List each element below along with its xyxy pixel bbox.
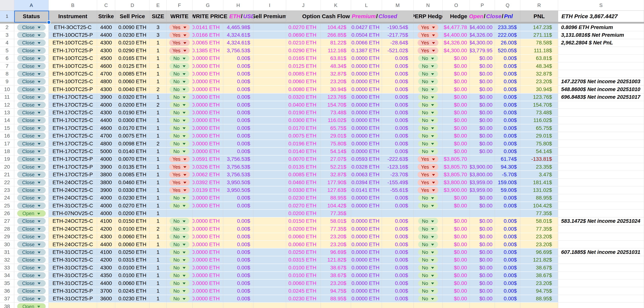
status-dropdown[interactable]: Close [17, 203, 46, 209]
cell-L35[interactable]: 0.0000 ETH [351, 279, 382, 287]
cell-N23[interactable]: Yes [414, 186, 443, 194]
cell-M27[interactable]: 0.00$ [382, 218, 414, 225]
cell-F22[interactable]: Yes [166, 179, 192, 186]
status-dropdown[interactable]: Close [17, 288, 46, 294]
cell-N11[interactable]: No [414, 93, 443, 101]
column-header-L[interactable]: L [351, 0, 382, 11]
cell-N32[interactable]: No [414, 256, 443, 264]
cell-D2[interactable]: 0.0090 ETH [115, 24, 150, 31]
hedge-dropdown[interactable]: No [418, 257, 438, 263]
cell-L16[interactable]: 0.0000 ETH [351, 132, 382, 140]
cell-O7[interactable]: $0.00 [443, 62, 470, 70]
cell-F20[interactable]: Yes [166, 163, 192, 171]
cell-H26[interactable] [223, 210, 253, 217]
cell-A23[interactable]: Close [14, 186, 49, 194]
hedge-dropdown[interactable]: No [418, 71, 438, 77]
cell-J8[interactable]: 0.0085 ETH [286, 70, 321, 78]
cell-S17[interactable] [558, 140, 644, 148]
cell-K28[interactable]: 77.35$ [321, 225, 351, 233]
cell-N24[interactable]: No [414, 194, 443, 202]
cell-J23[interactable]: 0.0330 ETH [286, 186, 321, 194]
cell-Q27[interactable]: 0.00$ [495, 218, 520, 225]
row-header-33[interactable]: 33 [0, 264, 14, 272]
cell-C18[interactable]: 5000 [97, 148, 115, 155]
cell-E27[interactable]: 1 [150, 218, 166, 225]
row-header-14[interactable]: 14 [0, 117, 14, 124]
cell-E12[interactable]: 2 [150, 101, 166, 109]
cell-I8[interactable] [253, 70, 286, 78]
write-dropdown[interactable]: No [170, 218, 189, 224]
cell-L26[interactable] [351, 210, 382, 217]
cell-D8[interactable]: 0.0085 ETH [115, 70, 150, 78]
cell-I22[interactable] [253, 179, 286, 186]
cell-B6[interactable]: ETH-10OTC25-C [49, 55, 97, 62]
row-header-18[interactable]: 18 [0, 148, 14, 155]
cell-N13[interactable]: No [414, 109, 443, 116]
cell-I20[interactable] [253, 163, 286, 171]
write-dropdown[interactable]: Yes [169, 40, 190, 46]
cell-B30[interactable]: ETH-24OCT25-C [49, 241, 97, 248]
cell-K13[interactable]: 73.48$ [321, 109, 351, 116]
column-header-Q[interactable]: Q [495, 0, 520, 11]
cell-Q11[interactable]: 0.00$ [495, 93, 520, 101]
cell-R12[interactable]: 154.70$ [520, 101, 558, 109]
cell-N18[interactable]: No [414, 148, 443, 155]
cell-C35[interactable]: 4400 [97, 279, 115, 287]
cell-B33[interactable]: ETH-31OCT25-C [49, 264, 97, 272]
cell-P30[interactable]: $0.00 [470, 241, 495, 248]
cell-B16[interactable]: ETH-17OCT25-C [49, 132, 97, 140]
cell-D31[interactable]: 0.0250 ETH [115, 248, 150, 256]
cell-L4[interactable]: -0.0066 ETH [351, 39, 382, 47]
cell-S28[interactable] [558, 225, 644, 233]
cell-S20[interactable] [558, 163, 644, 171]
cell-D17[interactable]: 0.0098 ETH [115, 140, 150, 148]
cell-G18[interactable]: 0.0000 ETH [192, 148, 223, 155]
cell-Q31[interactable]: 0.00$ [495, 248, 520, 256]
cell-O28[interactable]: $0.00 [443, 225, 470, 233]
write-dropdown[interactable]: No [170, 55, 189, 61]
cell-F14[interactable]: No [166, 117, 192, 124]
cell-Q23[interactable]: 59.00$ [495, 186, 520, 194]
cell-N12[interactable]: No [414, 101, 443, 109]
cell-N36[interactable]: No [414, 287, 443, 295]
row-header-16[interactable]: 16 [0, 132, 14, 140]
cell-Q12[interactable]: 0.00$ [495, 101, 520, 109]
cell-D29[interactable]: 0.0060 ETH [115, 233, 150, 241]
cell-M9[interactable]: 0.00$ [382, 78, 414, 86]
corner-box[interactable] [0, 0, 14, 11]
cell-H12[interactable]: 0.00$ [223, 101, 253, 109]
cell-B29[interactable]: ETH-24OCT25-C [49, 233, 97, 241]
cell-J7[interactable]: 0.0125 ETH [286, 62, 321, 70]
status-dropdown[interactable]: Close [17, 78, 46, 85]
cell-K23[interactable]: 127.63$ [321, 186, 351, 194]
cell-B20[interactable]: ETH-17OCT25-P [49, 163, 97, 171]
cell-K38[interactable] [321, 303, 351, 308]
cell-M8[interactable]: 0.00$ [382, 70, 414, 78]
cell-B15[interactable]: ETH-17OCT25-C [49, 124, 97, 132]
cell-Q7[interactable]: 0.00$ [495, 62, 520, 70]
cell-E13[interactable]: 1 [150, 109, 166, 116]
cell-B14[interactable]: ETH-17OCT25-C [49, 117, 97, 124]
cell-A35[interactable]: Close [14, 279, 49, 287]
cell-F2[interactable]: Yes [166, 24, 192, 31]
cell-R3[interactable]: 271.11$ [520, 31, 558, 39]
cell-H2[interactable]: 4,465.98$ [223, 24, 253, 31]
column-header-P[interactable]: P [470, 0, 495, 11]
cell-G11[interactable]: 0.0000 ETH [192, 93, 223, 101]
hedge-dropdown[interactable]: No [418, 94, 438, 100]
cell-R32[interactable]: 121.82$ [520, 256, 558, 264]
cell-P32[interactable]: $0.00 [470, 256, 495, 264]
cell-G21[interactable]: 0.0062 ETH [192, 171, 223, 179]
cell-F9[interactable]: No [166, 78, 192, 86]
cell-G24[interactable]: 0.0000 ETH [192, 194, 223, 202]
header-strike[interactable]: Strike [97, 11, 115, 22]
row-header-7[interactable]: 7 [0, 62, 14, 70]
cell-M29[interactable]: 0.00$ [382, 233, 414, 241]
cell-F15[interactable]: No [166, 124, 192, 132]
cell-L8[interactable]: 0.0000 ETH [351, 70, 382, 78]
column-header-D[interactable]: D [115, 0, 150, 11]
cell-F31[interactable]: No [166, 248, 192, 256]
cell-O15[interactable]: $0.00 [443, 124, 470, 132]
cell-B13[interactable]: ETH-17OCT25-C [49, 109, 97, 116]
cell-O34[interactable]: $0.00 [443, 272, 470, 279]
